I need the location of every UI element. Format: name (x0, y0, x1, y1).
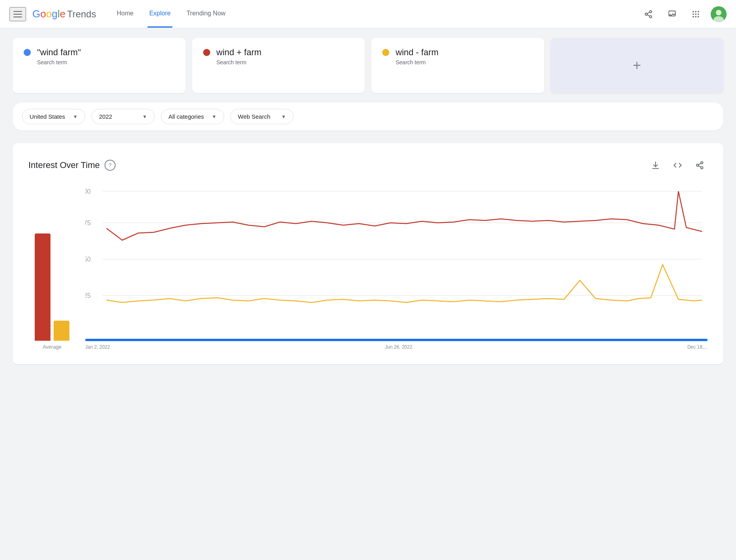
card-text-2: wind + farm Search term (217, 47, 262, 65)
svg-point-21 (701, 167, 703, 169)
card-title-2: wind + farm (217, 47, 262, 58)
x-label-mid: Jun 26, 2022 (385, 344, 412, 350)
menu-button[interactable] (9, 7, 26, 21)
feedback-button[interactable] (663, 6, 681, 23)
card-title-1: "wind farm" (37, 47, 81, 58)
download-button[interactable] (648, 157, 663, 173)
card-subtitle-3: Search term (396, 59, 439, 65)
filter-search-type[interactable]: Web Search ▼ (230, 109, 293, 124)
svg-text:25: 25 (85, 292, 91, 299)
svg-line-4 (647, 12, 650, 13)
filter-categories[interactable]: All categories ▼ (161, 109, 224, 124)
apps-button[interactable] (687, 6, 704, 23)
dot-yellow (382, 49, 389, 56)
line-chart-wrapper: 100 75 50 25 Jan 2, (85, 186, 708, 350)
help-icon[interactable]: ? (105, 160, 116, 171)
svg-point-6 (693, 11, 694, 12)
main-nav: Home Explore Trending Now (115, 0, 227, 28)
chart-header: Interest Over Time ? (28, 157, 708, 173)
svg-text:75: 75 (85, 220, 91, 226)
svg-text:100: 100 (85, 188, 91, 195)
nav-home[interactable]: Home (115, 0, 135, 28)
bar-chart (35, 207, 69, 341)
filter-categories-value: All categories (168, 113, 204, 120)
share-button[interactable] (640, 6, 657, 23)
card-subtitle-2: Search term (217, 59, 262, 65)
svg-point-14 (698, 16, 699, 17)
card-title-3: wind - farm (396, 47, 439, 58)
svg-point-12 (693, 16, 694, 17)
logo-trends-text: Trends (67, 9, 96, 20)
bar-red (35, 233, 50, 341)
add-search-card[interactable]: + (551, 38, 724, 93)
x-axis: Jan 2, 2022 Jun 26, 2022 Dec 18,... (85, 341, 708, 350)
search-card-2[interactable]: wind + farm Search term (192, 38, 365, 93)
chart-area: Average 100 75 50 25 (28, 186, 708, 350)
card-subtitle-1: Search term (37, 59, 81, 65)
svg-point-2 (650, 15, 652, 17)
svg-point-7 (695, 11, 697, 12)
bar-chart-area: Average (28, 207, 76, 350)
x-label-end: Dec 18,... (687, 344, 708, 350)
embed-button[interactable] (670, 157, 686, 173)
svg-point-19 (701, 162, 703, 164)
nav-trending-now[interactable]: Trending Now (185, 0, 227, 28)
chart-section: Interest Over Time ? (13, 143, 723, 364)
add-icon: + (633, 57, 641, 74)
filter-year-value: 2022 (99, 113, 112, 120)
share-chart-button[interactable] (692, 157, 708, 173)
svg-line-3 (647, 15, 650, 16)
svg-point-10 (695, 13, 697, 15)
chevron-location-icon: ▼ (73, 114, 78, 119)
chevron-search-type-icon: ▼ (281, 114, 286, 119)
chevron-categories-icon: ▼ (212, 114, 217, 119)
card-text-3: wind - farm Search term (396, 47, 439, 65)
chart-title-row: Interest Over Time ? (28, 160, 116, 171)
svg-point-16 (716, 10, 721, 15)
svg-point-13 (695, 16, 697, 17)
logo: Google Trends (32, 8, 96, 20)
svg-text:50: 50 (85, 256, 91, 263)
svg-line-23 (699, 163, 701, 165)
dot-blue (24, 49, 31, 56)
search-card-1[interactable]: "wind farm" Search term (13, 38, 186, 93)
svg-point-20 (697, 164, 699, 166)
filter-location-value: United States (30, 113, 65, 120)
svg-point-8 (698, 11, 699, 12)
red-line (106, 191, 702, 240)
svg-point-11 (698, 13, 699, 15)
avatar[interactable] (711, 6, 727, 22)
card-text-1: "wind farm" Search term (37, 47, 81, 65)
line-chart-svg: 100 75 50 25 (85, 186, 708, 336)
logo-google-text: Google (32, 8, 65, 20)
main-content: "wind farm" Search term wind + farm Sear… (0, 28, 736, 373)
filters-bar: United States ▼ 2022 ▼ All categories ▼ … (13, 103, 723, 131)
header: Google Trends Home Explore Trending Now (0, 0, 736, 28)
header-left: Google Trends (9, 7, 96, 21)
filter-location[interactable]: United States ▼ (22, 109, 85, 124)
svg-point-1 (645, 13, 648, 15)
search-cards-container: "wind farm" Search term wind + farm Sear… (13, 38, 723, 93)
chevron-year-icon: ▼ (142, 114, 147, 119)
search-card-3[interactable]: wind - farm Search term (371, 38, 544, 93)
nav-explore[interactable]: Explore (148, 0, 172, 28)
yellow-line (106, 265, 702, 302)
header-right (640, 6, 727, 23)
chart-actions (648, 157, 708, 173)
filter-year[interactable]: 2022 ▼ (92, 109, 155, 124)
svg-point-9 (693, 13, 694, 15)
chart-title: Interest Over Time (28, 160, 100, 170)
bar-yellow (54, 321, 69, 341)
x-label-start: Jan 2, 2022 (85, 344, 110, 350)
filter-search-type-value: Web Search (238, 113, 270, 120)
average-label: Average (43, 344, 62, 350)
dot-red (203, 49, 210, 56)
svg-point-0 (650, 10, 652, 13)
svg-line-22 (699, 166, 701, 167)
